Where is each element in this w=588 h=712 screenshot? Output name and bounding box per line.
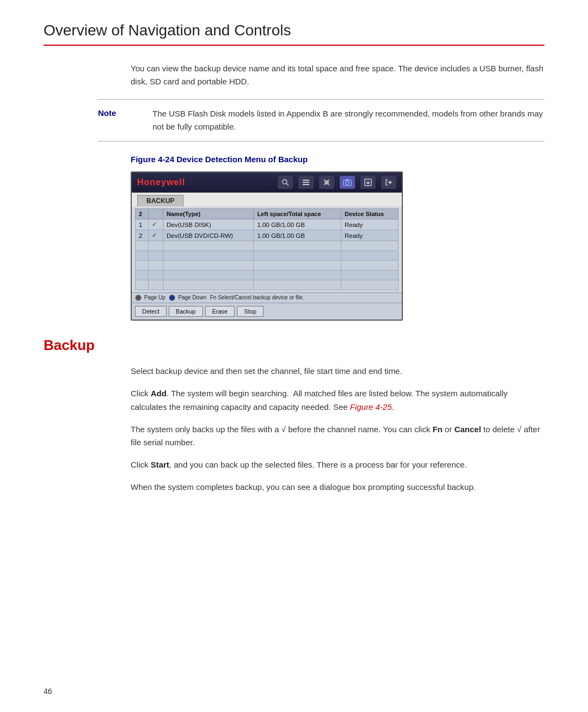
device-table: 2 Name(Type) Left space/Total space Devi… bbox=[135, 208, 399, 290]
start-bold: Start bbox=[151, 460, 169, 469]
page-container: Overview of Navigation and Controls You … bbox=[0, 0, 588, 712]
table-row-empty bbox=[136, 261, 399, 271]
nav-hint: Page Up Page Down Fn Select/Cancel backu… bbox=[132, 292, 402, 303]
stop-button[interactable]: Stop bbox=[237, 306, 264, 317]
paragraph-5: When the system completes backup, you ca… bbox=[131, 481, 544, 494]
fn-bold: Fn bbox=[432, 425, 442, 434]
table-row-empty bbox=[136, 280, 399, 290]
paragraph-4: Click Start, and you can back up the sel… bbox=[131, 458, 544, 472]
row-name: Dev(USB DISK) bbox=[163, 219, 254, 230]
cancel-bold: Cancel bbox=[454, 425, 481, 434]
device-header: Honeywell bbox=[132, 173, 402, 193]
detect-button[interactable]: Detect bbox=[135, 306, 167, 317]
col-space: Left space/Total space bbox=[254, 209, 341, 219]
table-row-empty bbox=[136, 241, 399, 251]
add-bold: Add bbox=[151, 389, 167, 398]
col-check bbox=[148, 209, 163, 219]
svg-point-0 bbox=[283, 180, 287, 184]
row-status: Ready bbox=[341, 219, 398, 230]
paragraph-1: Select backup device and then set the ch… bbox=[131, 365, 544, 378]
figure-link[interactable]: Figure 4-25 bbox=[350, 402, 392, 412]
note-label: Note bbox=[98, 107, 152, 133]
svg-rect-3 bbox=[303, 182, 309, 183]
row-check: ✓ bbox=[148, 219, 163, 230]
note-box: Note The USB Flash Disk models listed in… bbox=[98, 99, 544, 142]
backup-icon bbox=[360, 176, 376, 189]
paragraph-2: Click Add. The system will begin searchi… bbox=[131, 387, 544, 414]
table-row[interactable]: 1 ✓ Dev(USB DISK) 1.00 GB/1.00 GB Ready bbox=[136, 219, 399, 230]
note-text: The USB Flash Disk models listed in Appe… bbox=[152, 107, 544, 133]
backup-table-area: 2 Name(Type) Left space/Total space Devi… bbox=[132, 206, 402, 292]
page-up-icon bbox=[135, 294, 142, 301]
erase-button[interactable]: Erase bbox=[205, 306, 235, 317]
camera-icon bbox=[340, 176, 355, 189]
backup-tab-area: BACKUP bbox=[132, 193, 402, 206]
table-row[interactable]: 2 ✓ Dev(USB DVD/CD-RW) 1.00 GB/1.00 GB R… bbox=[136, 230, 399, 241]
logout-icon bbox=[381, 176, 396, 189]
section-heading: Backup bbox=[44, 337, 544, 354]
backup-tab[interactable]: BACKUP bbox=[137, 195, 183, 206]
row-name: Dev(USB DVD/CD-RW) bbox=[163, 230, 254, 241]
figure-caption: Figure 4-24 Device Detection Menu of Bac… bbox=[131, 155, 544, 164]
svg-rect-8 bbox=[346, 179, 349, 181]
chapter-title: Overview of Navigation and Controls bbox=[44, 22, 544, 46]
honeywell-logo: Honeywell bbox=[137, 177, 185, 187]
row-space: 1.00 GB/1.00 GB bbox=[254, 230, 341, 241]
col-status: Device Status bbox=[341, 209, 398, 219]
svg-line-1 bbox=[286, 183, 289, 186]
row-space: 1.00 GB/1.00 GB bbox=[254, 219, 341, 230]
svg-rect-2 bbox=[303, 180, 309, 181]
page-number: 46 bbox=[44, 687, 52, 696]
device-buttons: Detect Backup Erase Stop bbox=[132, 303, 402, 320]
svg-rect-4 bbox=[303, 184, 309, 185]
table-row-empty bbox=[136, 271, 399, 280]
search-icon bbox=[278, 176, 293, 189]
table-row-empty bbox=[136, 251, 399, 261]
row-status: Ready bbox=[341, 230, 398, 241]
list-icon bbox=[298, 176, 314, 189]
header-icons bbox=[278, 176, 396, 189]
svg-point-7 bbox=[346, 181, 349, 185]
page-down-icon bbox=[169, 294, 175, 301]
device-ui-screenshot: Honeywell bbox=[131, 171, 403, 321]
row-num: 2 bbox=[136, 230, 149, 241]
backup-button[interactable]: Backup bbox=[169, 306, 203, 317]
fn-hint: Fn bbox=[210, 294, 217, 300]
row-num: 1 bbox=[136, 219, 149, 230]
row-check: ✓ bbox=[148, 230, 163, 241]
intro-text: You can view the backup device name and … bbox=[131, 62, 544, 88]
paragraph-3: The system only backs up the files with … bbox=[131, 423, 544, 450]
col-name: Name(Type) bbox=[163, 209, 254, 219]
col-num: 2 bbox=[136, 209, 149, 219]
tools-icon bbox=[319, 176, 334, 189]
